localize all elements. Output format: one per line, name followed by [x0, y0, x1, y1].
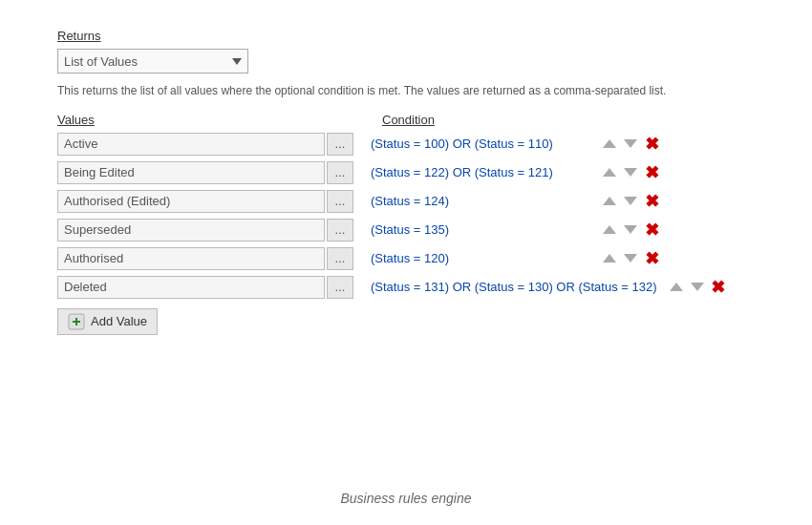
arrow-up-icon — [603, 197, 616, 205]
columns-header: Values Condition — [57, 113, 755, 127]
value-input[interactable] — [57, 219, 325, 242]
add-value-icon — [68, 313, 85, 330]
condition-link[interactable]: (Status = 122) OR (Status = 121) — [371, 165, 590, 179]
move-up-button[interactable] — [600, 135, 619, 154]
returns-select[interactable]: List of Values — [57, 49, 248, 74]
arrow-down-icon — [691, 283, 704, 291]
dots-button[interactable]: ... — [327, 161, 353, 184]
values-column-header: Values — [57, 113, 353, 127]
arrow-down-icon — [624, 139, 637, 148]
delete-icon: ✖ — [645, 193, 659, 210]
table-row: ... (Status = 131) OR (Status = 130) OR … — [57, 276, 755, 299]
arrow-up-icon — [603, 139, 616, 148]
table-row: ... (Status = 135) ✖ — [57, 219, 755, 242]
move-up-button[interactable] — [600, 220, 619, 240]
arrow-up-icon — [603, 225, 616, 234]
add-value-label: Add Value — [91, 314, 147, 328]
move-down-button[interactable] — [688, 278, 707, 297]
value-input[interactable] — [57, 133, 325, 156]
condition-link[interactable]: (Status = 131) OR (Status = 130) OR (Sta… — [371, 280, 657, 294]
description-text: This returns the list of all values wher… — [57, 83, 755, 99]
arrow-up-icon — [603, 168, 616, 177]
dots-button[interactable]: ... — [327, 133, 353, 156]
delete-icon: ✖ — [645, 250, 659, 267]
add-value-button[interactable]: Add Value — [57, 308, 158, 335]
returns-label: Returns — [57, 29, 755, 43]
move-up-button[interactable] — [600, 163, 619, 182]
delete-button[interactable]: ✖ — [642, 163, 661, 182]
delete-icon: ✖ — [645, 136, 659, 153]
move-down-button[interactable] — [621, 163, 640, 182]
condition-link[interactable]: (Status = 135) — [371, 222, 590, 237]
move-up-button[interactable] — [667, 278, 686, 297]
table-row: ... (Status = 124) ✖ — [57, 190, 755, 213]
footer-text: Business rules engine — [0, 491, 812, 506]
move-down-button[interactable] — [621, 220, 640, 240]
arrow-up-icon — [603, 254, 616, 262]
arrow-down-icon — [624, 254, 637, 262]
delete-button[interactable]: ✖ — [642, 135, 661, 154]
svg-rect-2 — [75, 318, 77, 326]
move-down-button[interactable] — [621, 249, 640, 268]
move-down-button[interactable] — [621, 192, 640, 211]
select-value: List of Values — [64, 54, 226, 69]
condition-link[interactable]: (Status = 124) — [371, 194, 590, 208]
delete-button[interactable]: ✖ — [642, 249, 661, 268]
condition-link[interactable]: (Status = 100) OR (Status = 110) — [371, 136, 590, 151]
move-up-button[interactable] — [600, 192, 619, 211]
delete-button[interactable]: ✖ — [709, 278, 728, 297]
row-actions: ✖ — [600, 135, 661, 154]
dots-button[interactable]: ... — [327, 247, 353, 270]
value-input[interactable] — [57, 190, 325, 213]
dots-button[interactable]: ... — [327, 190, 353, 213]
row-actions: ✖ — [600, 163, 661, 182]
table-row: ... (Status = 100) OR (Status = 110) ✖ — [57, 133, 755, 156]
arrow-up-icon — [670, 283, 683, 291]
row-actions: ✖ — [600, 249, 661, 268]
rows-container: ... (Status = 100) OR (Status = 110) ✖ .… — [57, 133, 755, 299]
row-actions: ✖ — [600, 220, 661, 240]
row-actions: ✖ — [600, 192, 661, 211]
dots-button[interactable]: ... — [327, 276, 353, 299]
delete-icon: ✖ — [711, 279, 725, 296]
delete-button[interactable]: ✖ — [642, 220, 661, 240]
table-row: ... (Status = 120) ✖ — [57, 247, 755, 270]
dropdown-arrow-icon — [232, 58, 242, 65]
move-down-button[interactable] — [621, 135, 640, 154]
table-row: ... (Status = 122) OR (Status = 121) ✖ — [57, 161, 755, 184]
value-input[interactable] — [57, 161, 325, 184]
arrow-down-icon — [624, 168, 637, 177]
arrow-down-icon — [624, 197, 637, 205]
arrow-down-icon — [624, 225, 637, 234]
condition-link[interactable]: (Status = 120) — [371, 251, 590, 265]
move-up-button[interactable] — [600, 249, 619, 268]
value-input[interactable] — [57, 247, 325, 270]
delete-button[interactable]: ✖ — [642, 192, 661, 211]
dots-button[interactable]: ... — [327, 219, 353, 242]
row-actions: ✖ — [667, 278, 728, 297]
delete-icon: ✖ — [645, 164, 659, 181]
condition-column-header: Condition — [382, 113, 435, 127]
value-input[interactable] — [57, 276, 325, 299]
select-wrapper: List of Values — [57, 49, 755, 74]
delete-icon: ✖ — [645, 221, 659, 239]
